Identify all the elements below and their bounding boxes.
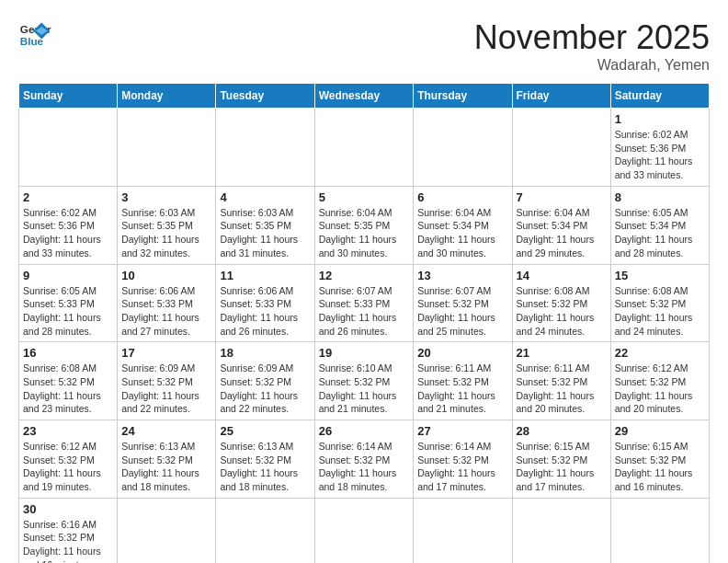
day-info: Sunrise: 6:03 AM Sunset: 5:35 PM Dayligh… [121, 206, 211, 260]
day-info: Sunrise: 6:04 AM Sunset: 5:34 PM Dayligh… [417, 206, 507, 260]
column-header-sunday: Sunday [19, 84, 118, 109]
calendar-cell [118, 498, 216, 563]
column-header-tuesday: Tuesday [216, 84, 314, 109]
day-number: 20 [417, 346, 507, 360]
calendar-cell: 15Sunrise: 6:08 AM Sunset: 5:32 PM Dayli… [610, 264, 709, 342]
day-info: Sunrise: 6:05 AM Sunset: 5:33 PM Dayligh… [23, 284, 113, 339]
calendar-cell: 27Sunrise: 6:14 AM Sunset: 5:32 PM Dayli… [414, 420, 512, 499]
column-header-wednesday: Wednesday [314, 84, 414, 109]
day-info: Sunrise: 6:06 AM Sunset: 5:33 PM Dayligh… [121, 284, 211, 339]
calendar-cell: 5Sunrise: 6:04 AM Sunset: 5:35 PM Daylig… [314, 186, 414, 264]
week-row-3: 9Sunrise: 6:05 AM Sunset: 5:33 PM Daylig… [19, 264, 710, 342]
day-info: Sunrise: 6:02 AM Sunset: 5:36 PM Dayligh… [23, 206, 113, 260]
calendar-cell: 20Sunrise: 6:11 AM Sunset: 5:32 PM Dayli… [414, 342, 512, 420]
day-number: 25 [220, 424, 310, 438]
day-number: 6 [417, 190, 507, 204]
day-number: 9 [23, 269, 113, 282]
calendar-cell: 13Sunrise: 6:07 AM Sunset: 5:32 PM Dayli… [414, 264, 512, 342]
day-number: 2 [23, 190, 113, 204]
calendar-cell [610, 498, 709, 563]
day-number: 11 [220, 269, 310, 282]
day-number: 4 [220, 190, 310, 204]
day-number: 16 [23, 346, 113, 360]
day-number: 29 [615, 424, 705, 438]
calendar-cell [216, 498, 314, 563]
day-info: Sunrise: 6:15 AM Sunset: 5:32 PM Dayligh… [517, 440, 607, 494]
day-info: Sunrise: 6:02 AM Sunset: 5:36 PM Dayligh… [615, 128, 705, 182]
day-info: Sunrise: 6:11 AM Sunset: 5:32 PM Dayligh… [517, 362, 607, 416]
day-info: Sunrise: 6:04 AM Sunset: 5:35 PM Dayligh… [319, 206, 410, 260]
calendar-cell: 6Sunrise: 6:04 AM Sunset: 5:34 PM Daylig… [414, 186, 512, 264]
day-info: Sunrise: 6:12 AM Sunset: 5:32 PM Dayligh… [23, 440, 113, 494]
calendar-cell: 24Sunrise: 6:13 AM Sunset: 5:32 PM Dayli… [118, 420, 216, 499]
calendar-cell: 17Sunrise: 6:09 AM Sunset: 5:32 PM Dayli… [118, 342, 216, 420]
day-number: 22 [615, 346, 705, 360]
day-info: Sunrise: 6:12 AM Sunset: 5:32 PM Dayligh… [615, 362, 705, 416]
day-info: Sunrise: 6:13 AM Sunset: 5:32 PM Dayligh… [121, 440, 211, 494]
calendar-cell: 18Sunrise: 6:09 AM Sunset: 5:32 PM Dayli… [216, 342, 314, 420]
calendar-cell [414, 498, 512, 563]
day-number: 8 [615, 190, 705, 204]
column-header-friday: Friday [512, 84, 610, 109]
day-number: 12 [319, 269, 410, 282]
calendar-cell: 10Sunrise: 6:06 AM Sunset: 5:33 PM Dayli… [118, 264, 216, 342]
calendar-header-row: SundayMondayTuesdayWednesdayThursdayFrid… [19, 84, 710, 109]
day-number: 13 [417, 269, 507, 282]
calendar-cell: 14Sunrise: 6:08 AM Sunset: 5:32 PM Dayli… [512, 264, 610, 342]
calendar-cell [414, 109, 512, 187]
calendar-table: SundayMondayTuesdayWednesdayThursdayFrid… [18, 83, 710, 563]
day-info: Sunrise: 6:07 AM Sunset: 5:32 PM Dayligh… [417, 284, 507, 339]
calendar-cell: 25Sunrise: 6:13 AM Sunset: 5:32 PM Dayli… [216, 420, 314, 499]
day-number: 17 [121, 346, 211, 360]
day-number: 27 [417, 424, 507, 438]
week-row-5: 23Sunrise: 6:12 AM Sunset: 5:32 PM Dayli… [19, 420, 710, 499]
calendar-cell: 3Sunrise: 6:03 AM Sunset: 5:35 PM Daylig… [118, 186, 216, 264]
column-header-saturday: Saturday [610, 84, 709, 109]
calendar-cell: 12Sunrise: 6:07 AM Sunset: 5:33 PM Dayli… [314, 264, 414, 342]
week-row-2: 2Sunrise: 6:02 AM Sunset: 5:36 PM Daylig… [19, 186, 710, 264]
week-row-1: 1Sunrise: 6:02 AM Sunset: 5:36 PM Daylig… [19, 109, 710, 187]
calendar-cell: 22Sunrise: 6:12 AM Sunset: 5:32 PM Dayli… [610, 342, 709, 420]
location-title: Wadarah, Yemen [474, 57, 710, 74]
title-block: November 2025 Wadarah, Yemen [474, 18, 710, 74]
day-info: Sunrise: 6:03 AM Sunset: 5:35 PM Dayligh… [220, 206, 310, 260]
calendar-cell [314, 109, 414, 187]
column-header-monday: Monday [118, 84, 216, 109]
calendar-cell: 11Sunrise: 6:06 AM Sunset: 5:33 PM Dayli… [216, 264, 314, 342]
day-info: Sunrise: 6:06 AM Sunset: 5:33 PM Dayligh… [220, 284, 310, 339]
calendar-cell: 21Sunrise: 6:11 AM Sunset: 5:32 PM Dayli… [512, 342, 610, 420]
day-info: Sunrise: 6:14 AM Sunset: 5:32 PM Dayligh… [417, 440, 507, 494]
day-info: Sunrise: 6:09 AM Sunset: 5:32 PM Dayligh… [220, 362, 310, 416]
calendar-cell: 16Sunrise: 6:08 AM Sunset: 5:32 PM Dayli… [19, 342, 118, 420]
day-number: 21 [517, 346, 607, 360]
day-number: 14 [517, 269, 607, 282]
calendar-cell: 19Sunrise: 6:10 AM Sunset: 5:32 PM Dayli… [314, 342, 414, 420]
logo-icon: General Blue [18, 18, 51, 52]
day-info: Sunrise: 6:08 AM Sunset: 5:32 PM Dayligh… [23, 362, 113, 416]
day-info: Sunrise: 6:08 AM Sunset: 5:32 PM Dayligh… [517, 284, 607, 339]
day-info: Sunrise: 6:05 AM Sunset: 5:34 PM Dayligh… [615, 206, 705, 260]
month-title: November 2025 [474, 18, 710, 57]
day-number: 18 [220, 346, 310, 360]
calendar-cell: 23Sunrise: 6:12 AM Sunset: 5:32 PM Dayli… [19, 420, 118, 499]
page-header: General Blue November 2025 Wadarah, Yeme… [18, 18, 710, 74]
calendar-cell: 8Sunrise: 6:05 AM Sunset: 5:34 PM Daylig… [610, 186, 709, 264]
calendar-cell [118, 109, 216, 187]
day-info: Sunrise: 6:08 AM Sunset: 5:32 PM Dayligh… [615, 284, 705, 339]
calendar-cell [19, 109, 118, 187]
day-info: Sunrise: 6:13 AM Sunset: 5:32 PM Dayligh… [220, 440, 310, 494]
day-info: Sunrise: 6:10 AM Sunset: 5:32 PM Dayligh… [319, 362, 410, 416]
calendar-cell: 30Sunrise: 6:16 AM Sunset: 5:32 PM Dayli… [19, 498, 118, 563]
day-number: 10 [121, 269, 211, 282]
day-info: Sunrise: 6:16 AM Sunset: 5:32 PM Dayligh… [23, 518, 113, 563]
day-info: Sunrise: 6:11 AM Sunset: 5:32 PM Dayligh… [417, 362, 507, 416]
calendar-cell [314, 498, 414, 563]
calendar-cell: 4Sunrise: 6:03 AM Sunset: 5:35 PM Daylig… [216, 186, 314, 264]
day-number: 30 [23, 502, 113, 516]
calendar-cell [216, 109, 314, 187]
day-number: 7 [517, 190, 607, 204]
column-header-thursday: Thursday [414, 84, 512, 109]
calendar-cell: 7Sunrise: 6:04 AM Sunset: 5:34 PM Daylig… [512, 186, 610, 264]
calendar-cell: 29Sunrise: 6:15 AM Sunset: 5:32 PM Dayli… [610, 420, 709, 499]
day-number: 3 [121, 190, 211, 204]
